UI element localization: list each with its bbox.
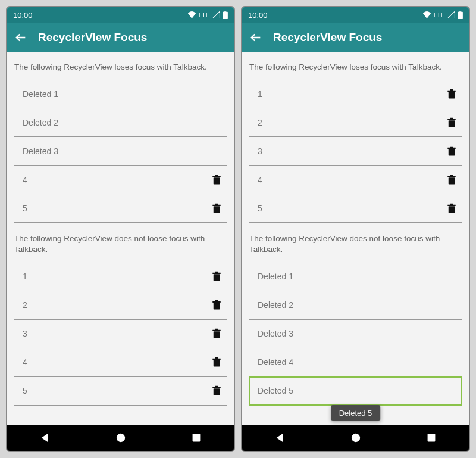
list-item[interactable]: Deleted 5	[249, 377, 462, 406]
signal-icon	[447, 11, 455, 18]
list-item-label: Deleted 2	[258, 300, 293, 310]
list-item[interactable]: Deleted 4	[249, 348, 462, 377]
trash-icon[interactable]	[446, 202, 457, 215]
list-item[interactable]: Deleted 2	[14, 108, 227, 137]
list-item[interactable]: 1	[249, 80, 462, 108]
status-bar: 10:00 LTE	[242, 7, 469, 23]
list-item-label: 5	[23, 204, 27, 213]
app-title: RecyclerView Focus	[38, 31, 147, 44]
svg-rect-30	[449, 120, 455, 127]
svg-rect-24	[193, 434, 201, 442]
status-network: LTE	[199, 11, 210, 18]
svg-rect-35	[450, 146, 453, 147]
list-item[interactable]: Deleted 1	[14, 80, 227, 108]
content: The following RecyclerView loses focus w…	[242, 52, 469, 425]
desc-loses: The following RecyclerView loses focus w…	[14, 62, 227, 73]
list-item[interactable]: Deleted 3	[249, 320, 462, 348]
svg-rect-11	[214, 303, 220, 309]
list-item-label: Deleted 2	[23, 118, 58, 127]
svg-rect-22	[215, 386, 218, 387]
back-icon[interactable]	[14, 31, 27, 44]
list-item-label: 1	[258, 89, 262, 99]
list-item-label: 5	[258, 204, 262, 213]
status-time: 10:00	[13, 11, 33, 20]
list-item-label: 2	[23, 300, 27, 310]
svg-rect-29	[450, 89, 453, 90]
list-item-label: 4	[23, 357, 27, 367]
trash-icon[interactable]	[446, 88, 457, 101]
svg-rect-20	[214, 388, 220, 395]
list-item[interactable]: 4	[249, 166, 462, 194]
list-item[interactable]: 2	[249, 108, 462, 137]
trash-icon[interactable]	[211, 202, 222, 215]
battery-icon	[223, 11, 228, 19]
list-item[interactable]: Deleted 3	[14, 137, 227, 166]
list-item[interactable]: Deleted 2	[249, 291, 462, 320]
svg-rect-0	[223, 12, 228, 19]
trash-icon[interactable]	[211, 384, 222, 397]
trash-icon[interactable]	[446, 116, 457, 129]
list-item[interactable]: 5	[249, 194, 462, 223]
list-item-label: Deleted 4	[258, 357, 293, 367]
list-item-label: Deleted 3	[258, 329, 293, 338]
list-item-label: Deleted 1	[258, 272, 293, 281]
list-loses: Deleted 1Deleted 2Deleted 345	[14, 80, 227, 223]
phone-left: 10:00 LTE RecyclerView Focus The followi…	[6, 6, 235, 452]
list-item[interactable]: 3	[14, 320, 227, 348]
list-item-label: 5	[23, 386, 27, 395]
talkback-toast: Deleted 5	[331, 405, 381, 421]
list-loses: 12345	[249, 80, 462, 223]
list-item[interactable]: 1	[14, 263, 227, 291]
svg-rect-1	[224, 11, 227, 12]
trash-icon[interactable]	[211, 270, 222, 283]
list-item[interactable]: Deleted 1	[249, 263, 462, 291]
svg-rect-5	[214, 206, 220, 213]
app-bar: RecyclerView Focus	[7, 23, 234, 52]
app-title: RecyclerView Focus	[273, 31, 382, 44]
status-time: 10:00	[248, 11, 268, 20]
svg-rect-2	[214, 177, 220, 184]
trash-icon[interactable]	[211, 356, 222, 369]
nav-recents-icon[interactable]	[192, 433, 201, 443]
list-item-label: 2	[258, 118, 262, 127]
status-network: LTE	[434, 11, 445, 18]
list-item-label: 1	[23, 272, 27, 281]
svg-rect-10	[215, 272, 218, 273]
nav-back-icon[interactable]	[275, 432, 286, 443]
nav-home-icon[interactable]	[350, 432, 361, 443]
list-item-label: Deleted 5	[258, 386, 293, 395]
list-item-label: 4	[258, 175, 262, 185]
list-item[interactable]: 4	[14, 348, 227, 377]
svg-rect-13	[215, 300, 218, 301]
wifi-icon	[422, 11, 431, 18]
nav-back-icon[interactable]	[40, 432, 51, 443]
svg-rect-38	[450, 175, 453, 176]
status-icons: LTE	[422, 11, 463, 19]
svg-rect-26	[459, 11, 462, 12]
trash-icon[interactable]	[446, 145, 457, 158]
back-icon[interactable]	[249, 31, 262, 44]
svg-rect-4	[215, 175, 218, 176]
trash-icon[interactable]	[211, 327, 222, 340]
list-item[interactable]: 5	[14, 377, 227, 406]
svg-point-42	[352, 434, 360, 442]
trash-icon[interactable]	[446, 173, 457, 186]
list-item[interactable]: 5	[14, 194, 227, 223]
svg-rect-41	[450, 203, 453, 204]
svg-rect-27	[449, 92, 455, 98]
list-item[interactable]: 2	[14, 291, 227, 320]
trash-icon[interactable]	[211, 298, 222, 311]
status-bar: 10:00 LTE	[7, 7, 234, 23]
desc-keeps: The following RecyclerView does not loos…	[14, 233, 227, 255]
list-item[interactable]: 4	[14, 166, 227, 194]
svg-rect-43	[428, 434, 436, 442]
trash-icon[interactable]	[211, 173, 222, 186]
app-bar: RecyclerView Focus	[242, 23, 469, 52]
list-item[interactable]: 3	[249, 137, 462, 166]
svg-rect-19	[215, 357, 218, 359]
nav-home-icon[interactable]	[115, 432, 126, 443]
svg-rect-36	[449, 177, 455, 184]
nav-recents-icon[interactable]	[427, 433, 436, 443]
svg-rect-17	[214, 360, 220, 366]
svg-rect-7	[215, 203, 218, 204]
